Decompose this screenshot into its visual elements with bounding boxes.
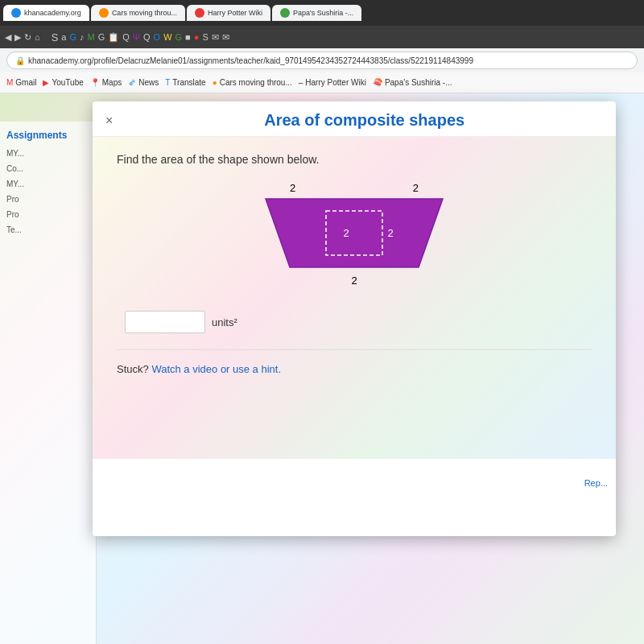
bookmarks-bar: M Gmail ▶ YouTube 📍 Maps 🗞 News T Transl… <box>0 72 644 93</box>
bookmark-label-cars: Cars moving throu... <box>220 78 292 87</box>
label-top-right: 2 <box>413 182 419 194</box>
bookmark-maps[interactable]: 📍 Maps <box>90 78 122 87</box>
bookmark-cars[interactable]: ● Cars moving throu... <box>213 78 292 87</box>
tab-bar: khanacademy.org Cars moving throu... Har… <box>0 0 644 26</box>
modal-header: × Area of composite shapes <box>93 101 616 137</box>
ext-icon-16: S <box>202 32 208 42</box>
active-tab[interactable]: khanacademy.org <box>3 5 89 21</box>
ext-icon-9: Ψ <box>133 32 140 42</box>
tab-favicon-2 <box>99 8 109 18</box>
gmail-icon: M <box>6 78 13 87</box>
back-icon[interactable]: ◀ <box>5 32 11 43</box>
ext-icon-11: O <box>154 32 161 42</box>
rep-button[interactable]: Rep... <box>584 478 608 488</box>
youtube-icon: ▶ <box>43 78 49 87</box>
shape-area: 2 2 2 2 2 <box>117 182 592 287</box>
ext-icon-18: ✉ <box>222 32 229 43</box>
close-button[interactable]: × <box>105 114 113 128</box>
tab-cars[interactable]: Cars moving throu... <box>91 5 185 21</box>
bookmark-label-yt: YouTube <box>52 78 83 87</box>
stuck-text: Stuck? <box>117 363 149 375</box>
url-text: khanacademy.org/profile/DelacruzMelanie0… <box>28 56 473 65</box>
bookmark-label-maps: Maps <box>102 78 122 87</box>
bookmark-label-sushiria: Papa's Sushiria -... <box>385 78 452 87</box>
tab-label-3: Harry Potter Wiki <box>208 9 262 17</box>
maps-icon: 📍 <box>90 78 100 87</box>
modal-dialog: × Area of composite shapes Find the area… <box>93 101 616 536</box>
ext-icon-6: G <box>98 32 105 42</box>
bookmark-hp[interactable]: – Harry Potter Wiki <box>299 78 366 87</box>
url-bar[interactable]: 🔒 khanacademy.org/profile/DelacruzMelani… <box>6 52 638 69</box>
problem-text: Find the area of the shape shown below. <box>117 153 592 166</box>
browser-window: khanacademy.org Cars moving throu... Har… <box>0 0 644 644</box>
label-top-left: 2 <box>290 182 295 194</box>
home-icon[interactable]: ⌂ <box>35 32 40 42</box>
sidebar-my2: MY... <box>6 180 89 188</box>
tab-label-4: Papa's Sushiria -... <box>293 9 353 17</box>
sidebar-pro2: Pro <box>6 210 89 219</box>
tab-hp[interactable]: Harry Potter Wiki <box>187 5 270 21</box>
sidebar: Assignments MY... Co... MY... Pro Pro Te… <box>0 122 97 644</box>
bookmark-label-news: News <box>138 78 159 87</box>
nav-bar: 🔒 khanacademy.org/profile/DelacruzMelani… <box>0 48 644 72</box>
bookmark-label-translate: Translate <box>172 78 205 87</box>
ext-icon-14: ■ <box>185 32 191 42</box>
svg-text:2: 2 <box>343 227 349 239</box>
bookmark-sushiria[interactable]: 🍣 Papa's Sushiria -... <box>373 78 452 87</box>
bookmark-translate[interactable]: T Translate <box>165 78 205 87</box>
cars-favicon: ● <box>213 78 217 87</box>
ext-icon-7: 📋 <box>108 32 119 43</box>
ext-icon-4: ♪ <box>80 32 85 42</box>
translate-icon: T <box>165 78 170 87</box>
browser-toolbar: ◀ ▶ ↻ ⌂ S a G ♪ M G 📋 Q Ψ Q O W G ■ ● S … <box>0 26 644 48</box>
sidebar-my1: MY... <box>6 149 89 158</box>
ext-icon-17: ✉ <box>212 32 219 43</box>
ext-icon-13: G <box>175 32 183 42</box>
composite-shape: 2 2 <box>242 195 467 275</box>
tab-favicon-3 <box>195 8 204 18</box>
bookmark-youtube[interactable]: ▶ YouTube <box>43 78 83 87</box>
forward-icon[interactable]: ▶ <box>14 32 21 43</box>
refresh-icon[interactable]: ↻ <box>24 32 31 43</box>
modal-body: Find the area of the shape shown below. … <box>93 137 616 459</box>
ext-icon-12: W <box>163 32 171 42</box>
bookmark-label-hp: Harry Potter Wiki <box>305 78 366 87</box>
sushiria-favicon: 🍣 <box>373 78 382 87</box>
ext-icon-1: S <box>52 31 59 43</box>
svg-marker-0 <box>266 199 443 267</box>
tab-label-2: Cars moving throu... <box>112 9 177 17</box>
hint-link[interactable]: Watch a video or use a hint. <box>151 363 281 375</box>
tab-favicon <box>11 8 21 18</box>
sidebar-co: Co... <box>6 164 89 173</box>
ext-icon-5: M <box>88 32 95 42</box>
modal-title: Area of composite shapes <box>126 111 603 130</box>
label-bottom: 2 <box>351 275 357 287</box>
tab-sushiria[interactable]: Papa's Sushiria -... <box>272 5 361 21</box>
bookmark-gmail[interactable]: M Gmail <box>6 78 36 87</box>
ext-icon-10: Q <box>143 32 151 42</box>
svg-text:2: 2 <box>387 227 393 239</box>
sidebar-pro1: Pro <box>6 195 89 204</box>
divider <box>117 349 592 350</box>
tab-favicon-4 <box>280 8 290 18</box>
lock-icon: 🔒 <box>15 56 25 65</box>
sidebar-title: Assignments <box>6 130 89 141</box>
ext-icon-15: ● <box>194 32 200 42</box>
ext-icon-3: G <box>69 32 76 42</box>
sidebar-te: Te... <box>6 225 89 234</box>
answer-input[interactable] <box>125 311 205 333</box>
hp-favicon: – <box>299 78 303 87</box>
ext-icon-8: Q <box>122 32 130 42</box>
bookmark-label: Gmail <box>15 78 36 87</box>
units-label: units² <box>212 316 237 328</box>
hint-area: Stuck? Watch a video or use a hint. <box>117 363 592 375</box>
ext-icon-2: a <box>61 32 66 42</box>
news-icon: 🗞 <box>128 78 136 87</box>
answer-area: units² <box>117 311 592 333</box>
tab-label: khanacademy.org <box>24 9 81 17</box>
bookmark-news[interactable]: 🗞 News <box>128 78 159 87</box>
